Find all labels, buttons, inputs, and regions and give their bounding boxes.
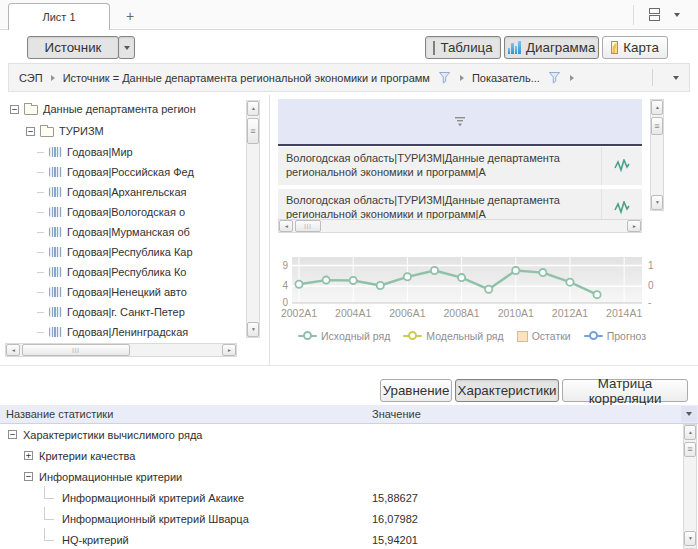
stats-row[interactable]: Характеристики вычислимого ряда	[0, 424, 680, 445]
breadcrumb-indicator-filter[interactable]: Показатель...	[472, 72, 540, 84]
right-axis-tick: -	[648, 297, 651, 308]
chevron-down-icon	[686, 412, 692, 416]
tree-item[interactable]: Годовая|Ленинградская	[0, 322, 245, 340]
legend-item[interactable]: Остатки	[517, 330, 571, 342]
header-dropdown-button[interactable]	[681, 406, 697, 422]
tree-connector	[44, 486, 54, 499]
new-sheet-button[interactable]: +	[118, 5, 142, 27]
tree-connector	[37, 252, 44, 253]
stats-row[interactable]: Информационные критерии	[0, 466, 680, 487]
tree-connector	[37, 192, 44, 193]
filter-funnel-icon[interactable]	[548, 71, 562, 84]
breadcrumb-arrow-icon	[570, 75, 574, 81]
series-table-header[interactable]	[278, 99, 642, 144]
sheet-menu-dropdown-icon[interactable]	[674, 13, 680, 17]
table-view-button[interactable]: Таблица	[425, 36, 501, 59]
scroll-right-button[interactable]	[222, 344, 236, 356]
tree-item[interactable]: Годовая|Мир	[0, 142, 245, 162]
tree-item-label: Годовая|Ненецкий авто	[67, 286, 187, 298]
scroll-thumb[interactable]	[651, 117, 663, 135]
scroll-up-button[interactable]	[247, 101, 259, 116]
x-axis-tick: 2014A1	[606, 307, 642, 319]
panel-splitter[interactable]	[269, 95, 270, 365]
tree-item[interactable]: Годовая|Архангельская	[0, 182, 245, 202]
tree-horizontal-scrollbar[interactable]	[5, 343, 237, 357]
breadcrumb-root[interactable]: СЭП	[19, 72, 43, 84]
scroll-up-button[interactable]	[651, 100, 663, 115]
legend-item[interactable]: Прогноз	[584, 330, 646, 342]
tree-item-label: Годовая|Российская Фед	[67, 166, 194, 178]
stats-row[interactable]: Информационный критерий Акаике 15,88627	[0, 487, 680, 508]
column-header-name[interactable]: Название статистики	[6, 408, 113, 420]
data-point	[485, 286, 492, 293]
scroll-down-button[interactable]	[247, 322, 259, 337]
stats-row[interactable]: Критерии качества	[0, 445, 680, 466]
x-axis-tick: 2002A1	[281, 307, 317, 319]
tree-item[interactable]: Годовая|Ненецкий авто	[0, 282, 245, 302]
scroll-up-button[interactable]	[684, 425, 696, 440]
stats-row-label: HQ-критерий	[62, 534, 129, 546]
tree-vertical-scrollbar[interactable]	[246, 100, 260, 338]
tree-item[interactable]: Годовая|Республика Ко	[0, 262, 245, 282]
scroll-thumb[interactable]	[247, 118, 259, 144]
data-point	[593, 291, 600, 298]
tree-connector	[44, 507, 54, 520]
tree-item[interactable]: Годовая|Республика Кар	[0, 242, 245, 262]
right-axis-tick: 0	[648, 280, 654, 291]
collapse-icon[interactable]	[24, 472, 33, 481]
tab-equation[interactable]: Уравнение	[380, 379, 452, 402]
scroll-left-button[interactable]	[279, 220, 293, 232]
tree-item[interactable]: Годовая|Мурманская об	[0, 222, 245, 242]
tree-item[interactable]: Годовая|Российская Фед	[0, 162, 245, 182]
scroll-thumb[interactable]	[295, 220, 321, 232]
scroll-down-button[interactable]	[684, 531, 696, 546]
scroll-thumb[interactable]	[22, 344, 130, 356]
chart-view-button[interactable]: Диаграмма	[504, 36, 599, 59]
sheet-layout-icon[interactable]	[648, 8, 661, 22]
sheet-tab[interactable]: Лист 1	[8, 3, 110, 30]
tab-characteristics[interactable]: Характеристики	[455, 379, 559, 402]
stats-vertical-scrollbar[interactable]	[683, 424, 697, 549]
collapse-icon[interactable]	[8, 430, 17, 439]
tree-item[interactable]: Годовая|Вологодская о	[0, 202, 245, 222]
source-button[interactable]: Источник	[27, 36, 119, 59]
right-axis-tick: 1	[648, 260, 654, 271]
scroll-down-button[interactable]	[651, 195, 663, 210]
legend-item[interactable]: Исходный ряд	[298, 330, 390, 342]
expand-icon[interactable]	[24, 451, 33, 460]
tree-connector	[37, 332, 44, 333]
filter-funnel-icon[interactable]	[438, 71, 452, 84]
tree-item[interactable]: Годовая|г. Санкт-Петер	[0, 302, 245, 322]
legend-label: Остатки	[532, 330, 571, 342]
divider	[633, 5, 634, 25]
tree-node-root[interactable]: Данные департамента регион	[0, 98, 245, 120]
breadcrumb-dropdown-icon[interactable]	[673, 76, 679, 80]
scroll-left-button[interactable]	[6, 344, 20, 356]
source-dropdown-button[interactable]	[118, 36, 135, 59]
stats-row-label: Информационные критерии	[39, 471, 182, 483]
timeseries-icon	[49, 247, 62, 257]
stats-row[interactable]: HQ-критерий 15,94201	[0, 529, 680, 549]
data-point	[322, 276, 329, 283]
series-row[interactable]: Вологодская область|ТУРИЗМ|Данные департ…	[278, 147, 642, 185]
scroll-thumb[interactable]	[684, 442, 696, 457]
collapse-icon[interactable]	[10, 105, 19, 114]
tree-node-group[interactable]: ТУРИЗМ	[0, 120, 245, 142]
tab-correlation-matrix[interactable]: Матрица корреляции	[562, 379, 688, 402]
collapse-icon[interactable]	[26, 127, 35, 136]
column-filter-icon[interactable]	[454, 116, 466, 127]
timeseries-chart[interactable]: 94010-2002A12004A12006A12008A12010A12012…	[274, 250, 670, 324]
series-vertical-scrollbar[interactable]	[650, 99, 664, 211]
legend-marker-icon	[517, 331, 528, 342]
stats-row-value: 15,94201	[372, 534, 418, 546]
sparkline-cell	[601, 147, 642, 185]
stats-row[interactable]: Информационный критерий Шварца 16,07982	[0, 508, 680, 529]
breadcrumb-source-filter[interactable]: Источник = Данные департамента региональ…	[63, 72, 430, 84]
map-view-button[interactable]: Карта	[602, 36, 668, 59]
breadcrumb: СЭП Источник = Данные департамента регио…	[8, 63, 690, 92]
legend-item[interactable]: Модельный ряд	[403, 330, 503, 342]
series-horizontal-scrollbar[interactable]	[278, 219, 642, 233]
scroll-right-button[interactable]	[627, 220, 641, 232]
timeseries-icon	[49, 227, 62, 237]
column-header-value[interactable]: Значение	[372, 408, 421, 420]
